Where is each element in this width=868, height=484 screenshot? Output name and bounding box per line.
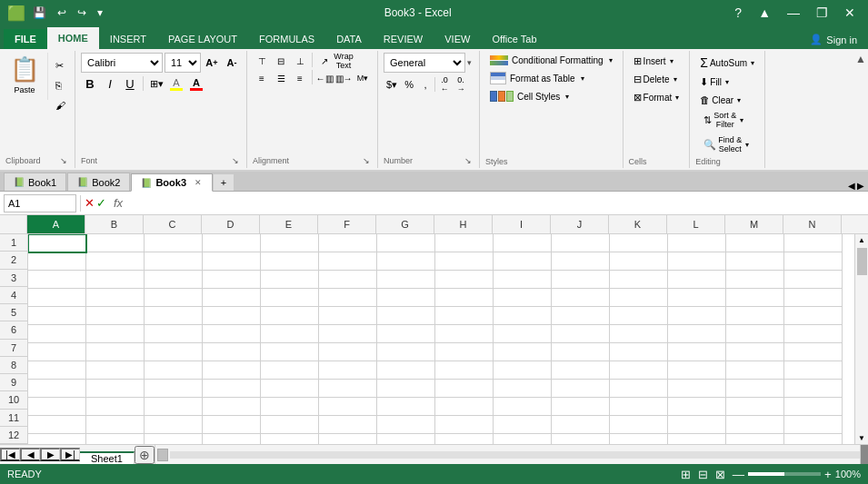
orientation-button[interactable]: ↗	[315, 53, 334, 69]
cell-g1[interactable]	[377, 234, 435, 252]
redo-button[interactable]: ↪	[74, 5, 90, 21]
h-scroll-thumb[interactable]	[157, 449, 168, 461]
col-header-c[interactable]: C	[144, 215, 202, 233]
zoom-out-button[interactable]: —	[733, 468, 744, 481]
format-button[interactable]: ⊠ Format ▾	[629, 89, 684, 106]
right-align-button[interactable]: ≡	[291, 70, 309, 86]
cell-m1[interactable]	[726, 234, 784, 252]
undo-button[interactable]: ↩	[54, 5, 70, 21]
tab-office-tab[interactable]: Office Tab	[481, 29, 547, 49]
name-box[interactable]	[4, 194, 76, 212]
tab-formulas[interactable]: FORMULAS	[248, 29, 325, 49]
col-header-j[interactable]: J	[551, 215, 609, 233]
cell-h1[interactable]	[435, 234, 494, 252]
sheet-first-button[interactable]: |◀	[0, 448, 20, 461]
collapse-ribbon-button[interactable]: ▲	[855, 53, 866, 65]
page-layout-view-button[interactable]: ⊟	[698, 468, 708, 481]
col-header-b[interactable]: B	[85, 215, 144, 233]
row-header-3[interactable]: 3	[0, 270, 27, 287]
fill-button[interactable]: ⬇ Fill ▾	[695, 74, 759, 91]
col-header-l[interactable]: L	[667, 215, 725, 233]
delete-button[interactable]: ⊟ Delete ▾	[629, 71, 684, 88]
row-header-11[interactable]: 11	[0, 410, 27, 427]
number-format-select[interactable]: General	[384, 53, 465, 73]
book3-close-button[interactable]: ✕	[194, 178, 203, 187]
font-expander[interactable]: ↘	[230, 155, 241, 166]
increase-decimal-button[interactable]: .0←	[437, 74, 452, 94]
copy-button[interactable]: ⎘	[52, 76, 69, 94]
row-header-9[interactable]: 9	[0, 374, 27, 391]
workbook-scroll-right[interactable]: ▶	[857, 181, 864, 191]
col-header-h[interactable]: H	[434, 215, 493, 233]
add-sheet-button[interactable]: ⊕	[135, 446, 155, 464]
alignment-expander[interactable]: ↘	[361, 155, 372, 166]
zoom-in-button[interactable]: +	[824, 468, 832, 481]
col-header-n[interactable]: N	[783, 215, 842, 233]
row-header-5[interactable]: 5	[0, 304, 27, 321]
confirm-formula-button[interactable]: ✓	[96, 196, 106, 210]
tab-insert[interactable]: INSERT	[99, 29, 157, 49]
tab-home[interactable]: HOME	[47, 27, 99, 49]
sheet-next-button[interactable]: ▶	[40, 448, 60, 461]
number-expander[interactable]: ↘	[463, 155, 474, 166]
borders-button[interactable]: ⊞▾	[147, 75, 165, 92]
cell-k1[interactable]	[610, 234, 668, 252]
scroll-down-button[interactable]: ▼	[856, 432, 867, 444]
sort-filter-button[interactable]: ⇅ Sort &Filter ▾	[699, 108, 753, 132]
increase-indent-button[interactable]: ▥→	[334, 70, 353, 86]
insert-button[interactable]: ⊞ Insert ▾	[629, 53, 684, 70]
decrease-indent-button[interactable]: ←▥	[315, 70, 334, 86]
cell-j1[interactable]	[552, 234, 610, 252]
row-header-2[interactable]: 2	[0, 252, 27, 269]
bold-button[interactable]: B	[81, 75, 99, 92]
row-header-7[interactable]: 7	[0, 340, 27, 357]
row-header-6[interactable]: 6	[0, 321, 27, 339]
col-header-m[interactable]: M	[725, 215, 783, 233]
cell-i1[interactable]	[494, 234, 552, 252]
add-workbook-tab-button[interactable]: +	[214, 174, 234, 191]
sheet-prev-button[interactable]: ◀	[20, 448, 40, 461]
top-align-button[interactable]: ⊤	[253, 53, 271, 69]
col-header-g[interactable]: G	[376, 215, 434, 233]
zoom-slider[interactable]	[748, 472, 821, 476]
wrap-text-button[interactable]: WrapText	[334, 53, 353, 69]
left-align-button[interactable]: ≡	[253, 70, 271, 86]
merge-center-button[interactable]: M▾	[354, 70, 372, 86]
conditional-formatting-button[interactable]: Conditional Formatting ▾	[485, 53, 617, 68]
workbook-tab-book3[interactable]: 📗 Book3 ✕	[131, 173, 213, 192]
clipboard-expander[interactable]: ↘	[58, 155, 69, 166]
cut-button[interactable]: ✂	[52, 56, 69, 74]
percent-button[interactable]: %	[402, 78, 416, 91]
format-as-table-button[interactable]: Format as Table ▾	[485, 69, 617, 87]
decrease-font-size-button[interactable]: A-	[223, 54, 241, 71]
comma-button[interactable]: ,	[418, 78, 433, 91]
help-button[interactable]: ?	[729, 4, 747, 22]
page-break-view-button[interactable]: ⊠	[715, 468, 725, 481]
bottom-align-button[interactable]: ⊥	[291, 53, 309, 69]
underline-button[interactable]: U	[121, 75, 139, 92]
cell-a1[interactable]	[28, 234, 86, 252]
customize-button[interactable]: ▾	[94, 5, 106, 21]
font-name-select[interactable]: Calibri	[81, 53, 163, 73]
increase-font-size-button[interactable]: A+	[203, 54, 221, 71]
cell-n1[interactable]	[784, 234, 843, 252]
fill-color-button[interactable]: A	[167, 75, 185, 92]
scroll-thumb[interactable]	[857, 248, 867, 275]
sheet-last-button[interactable]: ▶|	[60, 448, 80, 461]
col-header-a[interactable]: A	[27, 215, 85, 233]
ribbon-display-button[interactable]: ▲	[753, 4, 776, 22]
col-header-d[interactable]: D	[202, 215, 260, 233]
cell-styles-button[interactable]: Cell Styles ▾	[485, 88, 617, 104]
save-button[interactable]: 💾	[29, 5, 50, 21]
workbook-scroll-left[interactable]: ◀	[848, 181, 855, 191]
cell-c1[interactable]	[145, 234, 203, 252]
workbook-tab-book1[interactable]: 📗 Book1	[4, 173, 66, 191]
format-painter-button[interactable]: 🖌	[52, 96, 69, 114]
sign-in-button[interactable]: 👤 Sign in	[799, 30, 868, 49]
sum-button[interactable]: Σ AutoSum ▾	[695, 53, 759, 73]
tab-file[interactable]: FILE	[4, 29, 47, 49]
cancel-formula-button[interactable]: ✕	[85, 196, 95, 210]
tab-view[interactable]: VIEW	[434, 29, 481, 49]
sheet-tab-sheet1[interactable]: Sheet1	[80, 451, 135, 464]
row-header-8[interactable]: 8	[0, 357, 27, 374]
